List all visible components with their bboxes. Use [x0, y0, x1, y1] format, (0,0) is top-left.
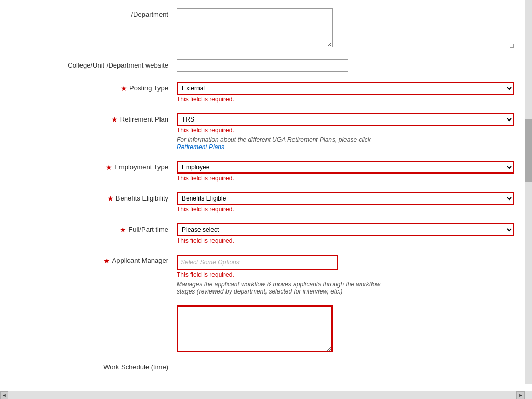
college-website-label-col: College/Unit /Department website — [10, 59, 177, 69]
work-schedule-row: Work Schedule (time) — [10, 354, 514, 374]
employment-type-error: This field is required. — [177, 175, 514, 182]
employment-type-input-col: Employee Contractor Volunteer This field… — [177, 161, 514, 182]
form-content: /Department College/Unit /Department web… — [0, 0, 525, 391]
department-label: /Department — [131, 10, 168, 18]
benefits-eligibility-input-col: Benefits Eligible Not Benefits Eligible … — [177, 192, 514, 213]
work-schedule-label-col: Work Schedule (time) — [10, 357, 177, 371]
posting-type-error: This field is required. — [177, 96, 514, 103]
benefits-eligibility-error: This field is required. — [177, 206, 514, 213]
bottom-scrollbar-arrows: ◄ ► — [0, 391, 525, 400]
applicant-manager-error: This field is required. — [177, 271, 514, 278]
college-website-input-col — [177, 59, 514, 72]
scrollbar-corner — [525, 391, 532, 399]
full-part-time-label: Full/Part time — [128, 225, 168, 233]
full-part-time-label-col: ★ Full/Part time — [10, 223, 177, 234]
benefits-eligibility-select[interactable]: Benefits Eligible Not Benefits Eligible — [177, 192, 514, 205]
applicant-manager-row: ★ Applicant Manager Select Some Options … — [10, 251, 514, 298]
scroll-right-arrow[interactable]: ► — [516, 391, 525, 400]
applicant-manager-multiselect[interactable]: Select Some Options — [177, 255, 338, 270]
department-textarea[interactable] — [177, 8, 332, 47]
full-part-time-row: ★ Full/Part time Please select Full Time… — [10, 220, 514, 247]
full-part-time-error: This field is required. — [177, 237, 514, 244]
retirement-plans-link[interactable]: Retirement Plans — [177, 143, 224, 151]
work-schedule-label: Work Schedule (time) — [103, 360, 168, 371]
department-textarea-wrapper — [177, 8, 514, 49]
college-website-input[interactable] — [177, 59, 348, 72]
full-part-time-select[interactable]: Please select Full Time Part Time — [177, 223, 514, 236]
employment-type-label: Employment Type — [114, 163, 168, 171]
scrollbar-thumb[interactable] — [525, 119, 532, 182]
applicant-manager-label: Applicant Manager — [112, 257, 168, 264]
retirement-plan-label: Retirement Plan — [120, 115, 168, 123]
applicant-manager-placeholder: Select Some Options — [181, 259, 240, 266]
college-website-label: College/Unit /Department website — [68, 61, 168, 69]
scroll-left-arrow[interactable]: ◄ — [0, 391, 8, 400]
work-schedule-textarea-row — [10, 302, 514, 355]
retirement-plan-row: ★ Retirement Plan TRS ORP PSERS This fie… — [10, 110, 514, 154]
department-label-col: /Department — [10, 8, 177, 18]
posting-type-required-star: ★ — [121, 84, 127, 92]
posting-type-input-col: External Internal Both This field is req… — [177, 82, 514, 103]
resize-handle-icon — [510, 44, 514, 48]
full-part-time-input-col: Please select Full Time Part Time This f… — [177, 223, 514, 244]
right-scrollbar[interactable] — [525, 0, 532, 384]
page-wrapper: ▲ ◄ ► /Department Col — [0, 0, 532, 399]
retirement-plan-error: This field is required. — [177, 127, 514, 134]
employment-type-select[interactable]: Employee Contractor Volunteer — [177, 161, 514, 174]
employment-type-row: ★ Employment Type Employee Contractor Vo… — [10, 158, 514, 185]
work-schedule-textarea-label-col — [10, 305, 177, 308]
applicant-manager-label-col: ★ Applicant Manager — [10, 255, 177, 265]
employment-type-required-star: ★ — [105, 163, 112, 171]
department-input-col — [177, 8, 514, 49]
posting-type-row: ★ Posting Type External Internal Both Th… — [10, 79, 514, 106]
benefits-eligibility-row: ★ Benefits Eligibility Benefits Eligible… — [10, 189, 514, 216]
retirement-plan-label-col: ★ Retirement Plan — [10, 113, 177, 124]
retirement-plan-required-star: ★ — [111, 115, 118, 124]
work-schedule-textarea-col — [177, 305, 514, 352]
work-schedule-textarea[interactable] — [177, 305, 332, 352]
retirement-plan-info: For information about the different UGA … — [177, 136, 384, 151]
retirement-plan-input-col: TRS ORP PSERS This field is required. Fo… — [177, 113, 514, 151]
posting-type-label-col: ★ Posting Type — [10, 82, 177, 92]
applicant-manager-required-star: ★ — [103, 257, 110, 265]
retirement-plan-select[interactable]: TRS ORP PSERS — [177, 113, 514, 126]
benefits-eligibility-label: Benefits Eligibility — [116, 194, 168, 202]
benefits-eligibility-label-col: ★ Benefits Eligibility — [10, 192, 177, 203]
college-website-row: College/Unit /Department website — [10, 56, 514, 75]
bottom-scrollbar[interactable]: ◄ ► — [0, 391, 525, 399]
posting-type-select[interactable]: External Internal Both — [177, 82, 514, 95]
department-row: /Department — [10, 5, 514, 52]
benefits-eligibility-required-star: ★ — [107, 194, 114, 203]
applicant-manager-input-col: Select Some Options This field is requir… — [177, 255, 514, 295]
applicant-manager-info: Manages the applicant workflow & moves a… — [177, 281, 384, 295]
full-part-time-required-star: ★ — [119, 225, 126, 234]
posting-type-label: Posting Type — [129, 84, 168, 92]
employment-type-label-col: ★ Employment Type — [10, 161, 177, 171]
